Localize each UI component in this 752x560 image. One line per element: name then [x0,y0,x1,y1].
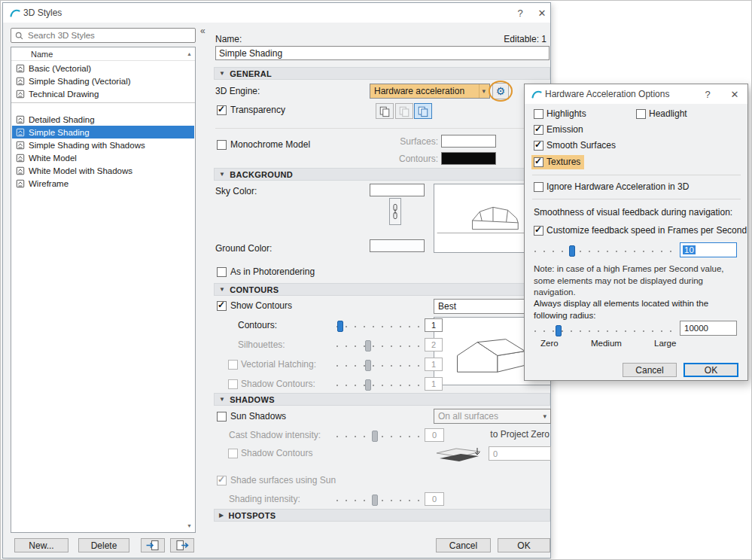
transparency-mode-2-button [395,103,413,119]
hw-ok-button[interactable]: OK [683,363,738,377]
style-icon [16,128,25,137]
headlight-checkbox[interactable] [636,109,646,119]
collapse-panel-icon[interactable]: « [200,26,206,36]
ignore-hw-checkbox[interactable] [534,182,543,192]
transparency-mode-1-button[interactable] [376,103,394,119]
emission-checkbox[interactable] [534,125,543,135]
search-box[interactable] [11,28,196,43]
engine-dropdown-value: Hardware acceleration [374,86,464,96]
slider-thumb [365,379,371,391]
link-colors-button[interactable] [389,198,401,225]
slider-thumb[interactable] [337,321,343,332]
transparency-mode-3-button[interactable] [414,103,432,119]
section-expanded-icon: ▼ [219,396,225,403]
show-contours-checkbox[interactable] [217,301,227,311]
shadow-contours-label: Shadow Contours [241,448,312,458]
section-hotspots[interactable]: ▶ HOTSPOTS [214,509,550,522]
textures-checkbox[interactable] [534,157,543,167]
contours-slider-label: Contours: [238,320,277,330]
engine-dropdown[interactable]: Hardware acceleration ▾ [370,84,490,99]
style-name-input[interactable] [215,46,550,60]
highlights-checkbox[interactable] [534,109,543,119]
contours-slider[interactable] [336,321,422,333]
gear-icon: ⚙ [496,85,506,97]
customize-fps-label: Customize feedback speed in Frames per S… [546,225,747,236]
highlights-label: Highlights [546,108,586,119]
cast-shadow-value: 0 [425,428,444,442]
contours-value[interactable]: 1 [425,318,443,332]
ok-button[interactable]: OK [498,538,550,552]
silhouettes-value: 2 [425,338,443,352]
style-icon [16,179,25,188]
style-item-selected[interactable]: Simple Shading [12,126,194,138]
section-general-label: GENERAL [230,69,272,78]
shading-intensity-slider [336,495,422,507]
chevron-down-icon: ▾ [479,84,488,98]
style-item[interactable]: Simple Shading with Shadows [12,138,194,151]
slider-thumb[interactable] [569,245,575,257]
styles-window-titlebar[interactable]: 3D Styles ? ✕ [3,3,550,23]
style-item[interactable]: Basic (Vectorial) [12,62,194,75]
sun-shadows-checkbox[interactable] [217,412,227,422]
hw-close-button[interactable]: ✕ [727,87,742,102]
slider-thumb [372,495,378,506]
hw-dialog-titlebar[interactable]: Hardware Acceleration Options ? ✕ [525,84,747,104]
fps-note: Note: in case of a high Frames per Secon… [534,263,741,299]
help-button[interactable]: ? [513,5,528,20]
style-icon [16,77,25,86]
delete-button[interactable]: Delete [78,538,129,552]
style-item[interactable]: Simple Shading (Vectorial) [12,75,194,87]
style-item-label: Detailed Shading [29,115,95,124]
scroll-down-icon[interactable]: ▼ [187,523,192,528]
shadow-surface-dropdown: On all surfaces ▾ [434,409,551,424]
style-icon [16,90,25,99]
section-contours[interactable]: ▼ CONTOURS [214,283,550,296]
cancel-button[interactable]: Cancel [436,538,491,552]
list-header[interactable]: Name [11,47,195,61]
style-item[interactable]: White Model with Shadows [12,164,194,177]
style-icon [16,141,25,150]
app-logo-icon [9,7,21,19]
slider-thumb[interactable] [556,325,562,336]
smooth-surfaces-checkbox[interactable] [534,141,543,151]
radius-medium-label: Medium [591,339,622,348]
new-button[interactable]: New... [14,538,69,552]
transparency-checkbox[interactable] [217,105,227,115]
hw-help-button[interactable]: ? [700,87,715,102]
style-item[interactable]: Wireframe [12,177,194,190]
style-item[interactable]: Technical Drawing [12,87,194,100]
style-icon [16,64,25,73]
fps-slider[interactable] [534,245,674,257]
pages-blue-icon [417,105,429,117]
section-general[interactable]: ▼ GENERAL [214,67,550,80]
radius-input[interactable]: 10000 [680,321,737,336]
export-styles-button[interactable] [170,538,194,552]
style-item[interactable]: Detailed Shading [12,113,194,126]
ground-color-swatch[interactable] [370,239,425,252]
section-expanded-icon: ▼ [219,70,225,77]
section-background[interactable]: ▼ BACKGROUND [214,168,550,181]
shadow-contours-slider-checkbox [228,379,238,389]
shadow-surface-value: On all surfaces [438,411,498,422]
show-contours-label: Show Contours [230,300,292,311]
style-item[interactable]: White Model [12,151,194,164]
import-icon [145,540,160,551]
scroll-up-icon[interactable]: ▲ [187,51,192,56]
sky-color-swatch[interactable] [370,184,425,196]
hw-dialog-title: Hardware Acceleration Options [545,89,669,99]
smooth-surfaces-label: Smooth Surfaces [546,140,616,151]
search-input[interactable] [28,29,193,41]
fps-input[interactable]: 10 [680,242,737,257]
monochrome-checkbox[interactable] [217,140,227,150]
import-styles-button[interactable] [141,538,165,552]
hw-cancel-button[interactable]: Cancel [623,363,677,377]
contours-color-swatch[interactable] [441,152,496,165]
section-shadows[interactable]: ▼ SHADOWS [214,393,550,406]
surfaces-color-swatch[interactable] [441,135,496,148]
engine-settings-button[interactable]: ⚙ [492,83,509,99]
radius-slider[interactable] [534,325,674,337]
customize-fps-checkbox[interactable] [534,226,543,236]
close-button[interactable]: ✕ [534,5,550,20]
photorendering-checkbox[interactable] [217,267,227,277]
silhouettes-label: Silhouettes: [238,339,285,350]
